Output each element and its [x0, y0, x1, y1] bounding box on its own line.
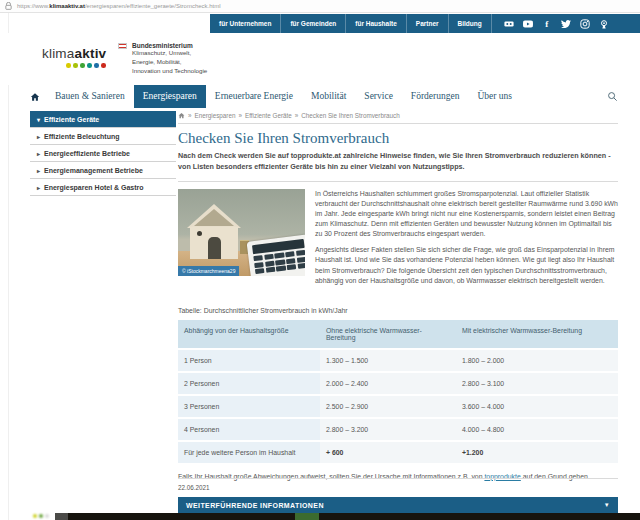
- logo-wordmark: klimaaktiv: [42, 46, 106, 61]
- nav-item-energiesparen[interactable]: Energiesparen: [134, 85, 206, 108]
- sidebar-item-energieeffiziente-betriebe[interactable]: ▸ Energieeffiziente Betriebe: [30, 145, 176, 162]
- table-cell: 2.000 – 2.400: [320, 373, 456, 394]
- table-header-cell: Abhängig von der Haushaltsgröße: [178, 320, 320, 348]
- facebook-icon[interactable]: f: [542, 19, 552, 29]
- breadcrumb: » Energiesparen » Effiziente Geräte » Ch…: [178, 112, 618, 124]
- table-cell: 4 Personen: [178, 419, 320, 440]
- chevron-right-icon: ▸: [37, 167, 40, 174]
- topbar-item-haushalte[interactable]: für Haushalte: [346, 14, 407, 33]
- footer-image-strip: [55, 513, 640, 520]
- breadcrumb-separator: »: [238, 112, 242, 119]
- breadcrumb-item-energiesparen[interactable]: Energiesparen: [195, 112, 236, 119]
- main-navigation: Bauen & Sanieren Energiesparen Erneuerba…: [30, 85, 618, 108]
- topbar-item-gemeinden[interactable]: für Gemeinden: [281, 14, 346, 33]
- topbar-item-partner[interactable]: Partner: [407, 14, 449, 33]
- table-cell: 2.800 – 3.100: [456, 373, 618, 394]
- table-cell: 1 Person: [178, 350, 320, 371]
- flickr-icon[interactable]: [504, 19, 514, 29]
- browser-url-bar[interactable]: https://www.klimaaktiv.at/energiesparen/…: [0, 0, 640, 13]
- table-cell: 2.500 – 2.900: [320, 396, 456, 417]
- ministry-logo: Bundesministerium Klimaschutz, Umwelt, E…: [118, 42, 207, 76]
- topbar-item-bildung[interactable]: Bildung: [449, 14, 492, 33]
- sidebar-item-label: Energieeffiziente Betriebe: [44, 150, 130, 157]
- footer-logo-cutoff: [33, 514, 49, 518]
- table-cell: Für jede weitere Person im Haushalt: [178, 442, 320, 463]
- table-header-cell: Ohne elektrische Warmwasser-Bereitung: [320, 320, 456, 348]
- home-icon: [178, 112, 185, 119]
- table-header-row: Abhängig von der Haushaltsgröße Ohne ele…: [178, 320, 618, 348]
- chevron-down-icon: ▾: [37, 116, 40, 123]
- sidebar-item-effiziente-geraete[interactable]: ▾ Effiziente Geräte: [30, 111, 176, 128]
- accordion-label: WEITERFÜHRENDE INFORMATIONEN: [186, 502, 324, 509]
- nav-item-mobilitaet[interactable]: Mobilität: [302, 85, 355, 108]
- url-text: https://www.klimaaktiv.at/energiesparen/…: [17, 3, 221, 9]
- nav-item-service[interactable]: Service: [355, 85, 402, 108]
- article-photo-house-calculator: © iStockmarchmeena29: [178, 189, 305, 276]
- table-row: 2 Personen 2.000 – 2.400 2.800 – 3.100: [178, 373, 618, 394]
- nav-item-ueber-uns[interactable]: Über uns: [468, 85, 521, 108]
- page-title: Checken Sie Ihren Stromverbrauch: [178, 130, 618, 147]
- sidebar-item-energiesparen-hotel-gastro[interactable]: ▸ Energiesparen Hotel & Gastro: [30, 179, 176, 196]
- window-edge-divider: [8, 13, 9, 520]
- table-cell: 1.800 – 2.000: [456, 350, 618, 371]
- table-cell: 1.300 – 1.500: [320, 350, 456, 371]
- divider: [178, 478, 618, 479]
- consumption-table: Abhängig von der Haushaltsgröße Ohne ele…: [178, 320, 618, 463]
- topbar-item-unternehmen[interactable]: für Unternehmen: [210, 14, 281, 33]
- chevron-down-icon: ▼: [604, 502, 610, 508]
- podcast-icon[interactable]: [599, 19, 609, 29]
- home-icon[interactable]: [30, 92, 40, 102]
- sidebar-item-energiemanagement-betriebe[interactable]: ▸ Energiemanagement Betriebe: [30, 162, 176, 179]
- austria-flag-icon: [118, 43, 127, 49]
- main-content: » Energiesparen » Effiziente Geräte » Ch…: [178, 112, 618, 480]
- table-cell: 2 Personen: [178, 373, 320, 394]
- intro-text: Nach dem Check werden Sie auf topprodukt…: [178, 151, 618, 182]
- chevron-right-icon: ▸: [37, 133, 40, 140]
- table-row: Für jede weitere Person im Haushalt + 60…: [178, 442, 618, 463]
- chevron-right-icon: ▸: [37, 184, 40, 191]
- nav-item-bauen-sanieren[interactable]: Bauen & Sanieren: [46, 85, 134, 108]
- sidebar-item-label: Energiemanagement Betriebe: [44, 167, 143, 174]
- nav-item-erneuerbare-energie[interactable]: Erneuerbare Energie: [206, 85, 302, 108]
- sidebar-item-effiziente-beleuchtung[interactable]: ▸ Effiziente Beleuchtung: [30, 128, 176, 145]
- twitter-icon[interactable]: [561, 19, 571, 29]
- article-body: In Österreichs Haushalten schlummert gro…: [315, 189, 618, 286]
- breadcrumb-item-current: Checken Sie Ihren Stromverbrauch: [301, 112, 399, 119]
- table-row: 3 Personen 2.500 – 2.900 3.600 – 4.000: [178, 396, 618, 417]
- paragraph: In Österreichs Haushalten schlummert gro…: [315, 189, 618, 240]
- sidebar-navigation: ▾ Effiziente Geräte ▸ Effiziente Beleuch…: [30, 111, 176, 196]
- table-cell: 3.600 – 4.000: [456, 396, 618, 417]
- search-icon[interactable]: [607, 91, 618, 102]
- instagram-icon[interactable]: [580, 19, 590, 29]
- weiterfuehrende-informationen-accordion[interactable]: WEITERFÜHRENDE INFORMATIONEN ▼: [178, 497, 618, 513]
- social-icons: f: [494, 14, 619, 33]
- table-cell: 4.000 – 4.800: [456, 419, 618, 440]
- sidebar-item-label: Effiziente Geräte: [44, 116, 99, 123]
- youtube-icon[interactable]: [523, 19, 533, 29]
- paragraph: Angesichts dieser Fakten stellen Sie sic…: [315, 245, 618, 286]
- article-footer: 22.06.2021 WEITERFÜHRENDE INFORMATIONEN …: [178, 478, 618, 513]
- table-row: 1 Person 1.300 – 1.500 1.800 – 2.000: [178, 350, 618, 371]
- ministry-line: Innovation und Technologie: [132, 67, 207, 76]
- ministry-line: Klimaschutz, Umwelt,: [132, 49, 207, 58]
- breadcrumb-item-effiziente-geraete[interactable]: Effiziente Geräte: [245, 112, 292, 119]
- breadcrumb-separator: »: [188, 112, 192, 119]
- ministry-title: Bundesministerium: [132, 42, 207, 49]
- photo-credit: © iStockmarchmeena29: [178, 266, 239, 276]
- nav-item-foerderungen[interactable]: Förderungen: [402, 85, 469, 108]
- table-caption: Tabelle: Durchschnittlicher Stromverbrau…: [178, 307, 618, 314]
- sidebar-item-label: Energiesparen Hotel & Gastro: [44, 184, 144, 191]
- table-cell: 2.800 – 3.200: [320, 419, 456, 440]
- lock-icon: [5, 2, 12, 11]
- table-cell: +1.200: [456, 442, 618, 463]
- klimaaktiv-logo[interactable]: klimaaktiv: [42, 46, 106, 68]
- table-cell: + 600: [320, 442, 456, 463]
- site-header: klimaaktiv Bundesministerium Klimaschutz…: [0, 33, 640, 85]
- table-cell: 3 Personen: [178, 396, 320, 417]
- logo-dots: [66, 63, 106, 68]
- chevron-right-icon: ▸: [37, 150, 40, 157]
- table-row: 4 Personen 2.800 – 3.200 4.000 – 4.800: [178, 419, 618, 440]
- service-navigation-bar: für Unternehmen für Gemeinden für Hausha…: [210, 14, 640, 33]
- table-header-cell: Mit elektrischer Warmwasser-Bereitung: [456, 320, 618, 348]
- breadcrumb-separator: »: [295, 112, 299, 119]
